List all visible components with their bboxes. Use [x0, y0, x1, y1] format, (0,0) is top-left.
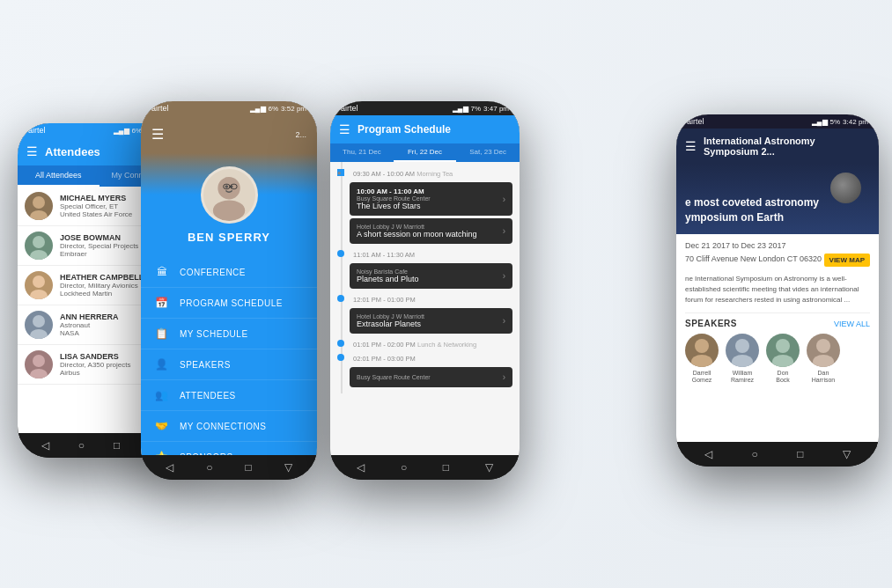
schedule-content: ● 09:30 AM - 10:00 AM Morning Tea 10:00 … [330, 162, 520, 455]
speaker-item[interactable]: DanHarrison [807, 334, 840, 385]
attendee-org: Embraer [60, 250, 138, 258]
menu-item-my-connections[interactable]: 🤝 MY CONNECTIONS [141, 411, 317, 442]
menu-icon-3[interactable]: ☰ [339, 122, 350, 136]
menu-item-attendees[interactable]: 👥 ATTENDEES [141, 380, 317, 411]
phone-menu: airtel ▂▄▆ 6% 3:52 pm ☰ 2... [141, 101, 317, 480]
speaker-item[interactable]: DarrellGomez [685, 334, 719, 385]
speaker-item[interactable]: DonBock [766, 334, 800, 385]
recents-icon-3[interactable]: □ [443, 461, 449, 474]
event-venue: Noisy Barista Cafe [357, 268, 419, 275]
speakers-heading: SPEAKERS [685, 319, 737, 328]
speaker-name: DonBock [776, 370, 790, 385]
signal-icon-1: ▂▄▆ [114, 127, 129, 135]
schedule-title: Program Schedule [358, 123, 451, 136]
recents-icon-4[interactable]: □ [797, 448, 803, 460]
battery-3: 7% [471, 105, 482, 113]
bottom-nav-4: ◁ ○ □ ▽ [676, 442, 879, 467]
svg-point-8 [33, 355, 45, 367]
home-icon-4[interactable]: ○ [752, 448, 758, 460]
schedule-event[interactable]: Noisy Barista Cafe Planets and Pluto › [350, 263, 512, 289]
svg-point-5 [30, 290, 48, 299]
avatar [25, 311, 53, 339]
schedule-label: 01:01 PM - 02:00 PM Lunch & Networking [330, 336, 520, 350]
status-bar-4: airtel ▂▄▆ 5% 3:42 pm [676, 114, 879, 129]
menu-icon-1[interactable]: ☰ [26, 144, 38, 158]
home-icon-3[interactable]: ○ [401, 461, 407, 474]
svg-point-20 [732, 355, 753, 367]
profile-name: BEN SPERRY [188, 231, 270, 244]
conf-content: Dec 21 2017 to Dec 23 2017 70 Cliff Aven… [676, 234, 879, 442]
chevron-icon: › [503, 372, 505, 382]
tab-sat[interactable]: Sat, 23 Dec [456, 143, 520, 162]
attendee-org: Airbus [60, 369, 130, 377]
app-header-4: ☰ International Astronomy Symposium 2... [676, 129, 879, 164]
svg-point-12 [225, 185, 228, 188]
svg-point-0 [33, 196, 45, 209]
menu-item-speakers[interactable]: 👤 SPEAKERS [141, 349, 317, 380]
attendee-name: ANN HERRERA [60, 312, 119, 321]
event-name: Extrasolar Planets [357, 320, 424, 328]
back-icon-1[interactable]: ◁ [41, 439, 49, 452]
svg-point-24 [813, 355, 834, 367]
profile-avatar [201, 166, 258, 224]
attendees-icon: 👥 [155, 389, 169, 401]
back-icon-2[interactable]: ◁ [166, 461, 173, 474]
back-icon-3[interactable]: ◁ [357, 461, 365, 474]
svg-point-6 [33, 315, 45, 327]
menu-icon-4[interactable]: ☰ [685, 139, 697, 153]
battery-4: 5% [830, 118, 841, 126]
event-time: 10:00 AM - 11:00 AM [357, 187, 431, 195]
svg-point-11 [212, 200, 244, 221]
event-venue: Busy Square Route Center [357, 195, 431, 202]
avatar [25, 232, 53, 260]
speaker-item[interactable]: WilliamRamirez [726, 334, 759, 385]
svg-point-3 [30, 250, 48, 260]
menu-nav-icon-2[interactable]: ▽ [284, 461, 292, 474]
tab-fri[interactable]: Fri, 22 Dec [394, 143, 457, 162]
planet-image [830, 173, 861, 203]
conf-description: ne International Symposium on Astronomy … [685, 274, 870, 305]
menu-item-my-schedule[interactable]: 📋 MY SCHEDULE [141, 319, 317, 349]
menu-nav-icon-4[interactable]: ▽ [843, 448, 851, 460]
event-name: Planets and Pluto [357, 275, 419, 283]
svg-point-17 [695, 339, 709, 353]
tab-thu[interactable]: Thu, 21 Dec [330, 143, 394, 162]
recents-icon-2[interactable]: □ [245, 461, 251, 474]
day-tabs: Thu, 21 Dec Fri, 22 Dec Sat, 23 Dec [330, 143, 520, 162]
bottom-nav-2: ◁ ○ □ ▽ [141, 455, 317, 480]
svg-point-19 [735, 339, 749, 353]
menu-item-conference[interactable]: 🏛 CONFERENCE [141, 257, 317, 288]
menu-item-sponsors[interactable]: ⭐ SPONSORS [141, 442, 317, 455]
menu-icon-2[interactable]: ☰ [151, 126, 164, 143]
svg-point-9 [30, 369, 48, 379]
svg-point-1 [30, 210, 48, 220]
menu-item-program-schedule[interactable]: 📅 PROGRAM SCHEDULE [141, 288, 317, 319]
view-map-button[interactable]: VIEW MAP [824, 254, 870, 267]
speakers-row: DarrellGomez WilliamRamirez [685, 334, 870, 385]
menu-label: CONFERENCE [180, 268, 246, 277]
recents-icon-1[interactable]: □ [114, 439, 120, 452]
conf-date: Dec 21 2017 to Dec 23 2017 [685, 241, 870, 250]
view-all-link[interactable]: VIEW ALL [834, 320, 870, 328]
tab-all-attendees[interactable]: All Attendees [18, 165, 100, 187]
bottom-nav-3: ◁ ○ □ ▽ [330, 455, 520, 480]
schedule-event[interactable]: Busy Square Route Center › [350, 367, 512, 387]
program-icon: 📅 [155, 297, 169, 309]
svg-point-21 [776, 339, 790, 353]
home-icon-2[interactable]: ○ [206, 461, 212, 474]
attendee-role: Director, Military Avionics [60, 282, 144, 290]
chevron-icon: › [503, 316, 505, 326]
menu-nav-icon-3[interactable]: ▽ [485, 461, 493, 474]
time-3: 3:47 pm [483, 105, 509, 113]
hero-section: e most coveted astronomy ymposium on Ear… [676, 164, 879, 234]
schedule-event[interactable]: Hotel Lobby J W Marriott Extrasolar Plan… [350, 308, 512, 334]
svg-point-2 [33, 236, 45, 248]
home-icon-1[interactable]: ○ [78, 439, 85, 452]
schedule-event[interactable]: 10:00 AM - 11:00 AM Busy Square Route Ce… [350, 182, 512, 216]
attendee-org: NASA [60, 329, 119, 337]
menu-label: MY CONNECTIONS [180, 422, 267, 431]
schedule-label: 02:01 PM - 03:00 PM [330, 350, 520, 364]
svg-point-4 [33, 276, 45, 288]
schedule-event[interactable]: Hotel Lobby J W Marriott A short session… [350, 218, 512, 244]
back-icon-4[interactable]: ◁ [704, 448, 712, 460]
